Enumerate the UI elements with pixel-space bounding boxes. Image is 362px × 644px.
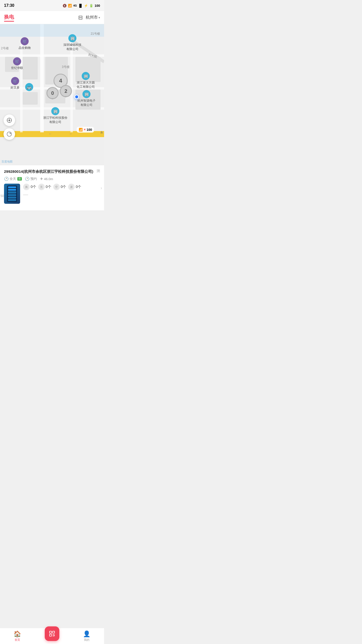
svg-rect-10	[23, 57, 38, 79]
clock2-icon: 🕐	[25, 177, 30, 181]
baidu-watermark: 百度地图	[2, 160, 13, 164]
grid-list-icon[interactable]: ⊟	[78, 14, 83, 21]
map-area[interactable]: ← → 荆大线 21号楼 2号楼 3号楼 🛒 品全购物 🛒 世纪华联 🛒 好又多…	[0, 24, 104, 165]
poi-icon-hangzhouzhiyuan: 🏢	[82, 90, 90, 98]
locate-button[interactable]	[4, 114, 15, 126]
poi-label-zhejiangyuda: 浙江浙大方圆 化工有限公司	[77, 80, 95, 89]
city-name: 杭州市	[86, 15, 98, 20]
waste-slot-icon: 废	[68, 184, 75, 190]
poi-pinquan: 🛒 品全购物	[19, 37, 31, 50]
dash-separator: —	[23, 192, 100, 197]
slot-swap: 换 0个	[23, 184, 36, 190]
svg-text:4: 4	[59, 77, 62, 84]
tag-allday: 🕐 全天 营	[4, 177, 22, 181]
tag-reserve-text: 预约	[30, 177, 37, 181]
poi-label-shenzhen: 深圳城铄科技 有限公司	[63, 43, 81, 51]
poi-zhejiangyuda: 🏢 浙江浙大方圆 化工有限公司	[77, 72, 95, 89]
page-title: 换电	[4, 14, 14, 20]
poi-hangzhouzhiyuan: 🏢 杭州智源电子 有限公司	[77, 90, 96, 107]
battery-slot-2	[8, 189, 16, 191]
status-bar: 17:30 🔇 📶 4G ▐▌ ⚡ 🔋 100	[0, 0, 104, 11]
mute-icon: 🔇	[63, 4, 67, 8]
clock-icon: 🕐	[4, 177, 9, 181]
signal-4g-icon: 4G	[73, 4, 77, 7]
svg-point-34	[7, 132, 12, 136]
header: 换电 ⊟ 杭州市 ▾	[0, 11, 104, 24]
battery-slot-6	[8, 199, 16, 201]
station-main: 换 0个 充 0个 空 0个 废 0个 — ›	[4, 184, 100, 204]
slot-waste: 废 0个	[68, 184, 81, 190]
svg-text:←: ←	[49, 132, 52, 136]
poi-label-zhejiangyusong: 浙江宇松科技股份 有限公司	[43, 116, 67, 124]
building-label-2: 2号楼	[1, 46, 9, 51]
current-location-dot	[74, 95, 79, 99]
swipe-right-hint: ›	[101, 185, 102, 190]
station-img-inner	[7, 185, 17, 202]
building-label-3: 3号楼	[62, 65, 70, 69]
poi-icon-zhejiangyuda: 🏢	[82, 72, 90, 80]
svg-rect-12	[23, 92, 38, 105]
tag-reserve: 🕐 预约	[25, 177, 37, 181]
slots-grid: 换 0个 充 0个 空 0个 废 0个	[23, 184, 100, 190]
poi-icon-zhejiangyusong: 🏢	[51, 107, 59, 115]
poi-label-hangzhouzhiyuan: 杭州智源电子 有限公司	[77, 99, 96, 107]
charge-icon: ⚡	[84, 4, 88, 8]
poi-haoyouduo: 🛒 好又多	[11, 77, 20, 90]
poi-icon-pinquan: 🛒	[21, 37, 29, 45]
status-icons: 🔇 📶 4G ▐▌ ⚡ 🔋 100	[63, 4, 100, 8]
empty-count: 0个	[61, 185, 66, 189]
title-underline	[4, 21, 14, 22]
tag-allday-text: 全天	[10, 177, 16, 181]
bus-stop-icon: 🚌	[25, 83, 33, 91]
svg-rect-16	[0, 24, 104, 37]
svg-text:2: 2	[64, 88, 67, 94]
status-time: 17:30	[4, 3, 14, 8]
poi-icon-haoyouduo: 🛒	[11, 77, 19, 85]
building-label-21: 21号楼	[91, 32, 100, 36]
signal-overlay: 📶 ✕ 100	[77, 127, 94, 133]
header-right: ⊟ 杭州市 ▾	[78, 14, 100, 21]
title-section: 换电	[4, 14, 14, 22]
pin-0[interactable]: 0	[46, 87, 59, 104]
station-image	[4, 184, 20, 204]
charge-slot-icon: 充	[38, 184, 45, 190]
signal-bars-icon: ▐▌	[78, 4, 83, 8]
slot-empty: 空 0个	[53, 184, 66, 190]
battery-slot-3	[8, 191, 16, 193]
slots-info: 换 0个 充 0个 空 0个 废 0个 —	[23, 184, 100, 197]
slot-charge: 充 0个	[38, 184, 51, 190]
tag-distance: ✈ 46.0m	[40, 177, 53, 181]
battery-slot-4	[8, 194, 16, 196]
poi-label-haoyouduo: 好又多	[11, 86, 20, 90]
battery-icon: 🔋	[89, 4, 93, 8]
poi-icon-shiji: 🛒	[13, 57, 21, 65]
pin-2[interactable]: 2	[59, 85, 73, 102]
poi-shiji: 🛒 世纪华联	[11, 57, 23, 70]
battery-level: 100	[95, 4, 100, 8]
swap-count: 0个	[31, 185, 36, 189]
signal-bar-icon: 📶	[79, 128, 83, 132]
info-card: 299280014(杭州市余杭区浙江宇松科技股份有限公司) 🕐 全天 营 🕐 预…	[0, 165, 104, 210]
chevron-down-icon: ▾	[99, 16, 100, 19]
swap-icon: 换	[23, 184, 30, 190]
location-icon: ✈	[40, 177, 43, 181]
svg-point-29	[9, 119, 10, 121]
history-button[interactable]	[4, 128, 15, 140]
battery-slot-1	[8, 186, 16, 188]
left-num: 50	[1, 194, 4, 198]
wifi-icon: 📶	[68, 4, 72, 8]
charge-count: 0个	[46, 185, 51, 189]
svg-text:→: →	[69, 132, 72, 136]
battery-slot-5	[8, 197, 16, 198]
poi-label-pinquan: 品全购物	[19, 46, 31, 50]
station-title: 299280014(杭州市余杭区浙江宇松科技股份有限公司)	[4, 169, 95, 174]
poi-icon-shenzhen: 🏢	[68, 34, 76, 42]
city-selector[interactable]: 杭州市 ▾	[86, 15, 100, 20]
waste-count: 0个	[76, 185, 81, 189]
poi-zhejiangyusong: 🏢 浙江宇松科技股份 有限公司	[43, 107, 67, 124]
tag-distance-text: 46.0m	[44, 177, 53, 181]
signal-count: 100	[86, 128, 92, 132]
poi-label-shiji: 世纪华联	[11, 66, 23, 70]
signal-red-x: ✕	[83, 128, 86, 131]
right-side-text: 测	[97, 169, 100, 173]
